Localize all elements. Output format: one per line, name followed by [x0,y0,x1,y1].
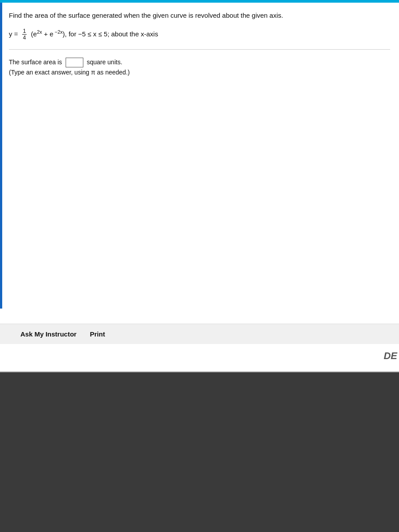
answer-area: The surface area is square units. [9,57,390,68]
answer-label-after: square units. [87,59,122,66]
bottom-toolbar: Ask My Instructor Print [0,324,399,344]
math-formula: y = 1 4 (e2x + e −2x), for −5 ≤ x ≤ 5; a… [9,28,390,41]
de-logo: DE [383,350,397,362]
answer-label-before: The surface area is [9,59,62,66]
print-button[interactable]: Print [90,329,105,340]
fraction-1-4: 1 4 [22,28,27,41]
answer-input[interactable] [66,58,83,67]
question-area: Find the area of the surface generated w… [0,3,399,80]
screen: Find the area of the surface generated w… [0,0,399,372]
answer-note: (Type an exact answer, using π as needed… [9,69,390,76]
section-divider [9,49,390,50]
formula-y: y = [9,30,20,38]
laptop-body: Esc F1 F2 F3 F4 [0,372,399,532]
formula-parens: (e2x + e −2x), for −5 ≤ x ≤ 5; about the… [29,30,158,38]
ask-instructor-button[interactable]: Ask My Instructor [20,329,77,340]
question-title: Find the area of the surface generated w… [9,11,390,20]
